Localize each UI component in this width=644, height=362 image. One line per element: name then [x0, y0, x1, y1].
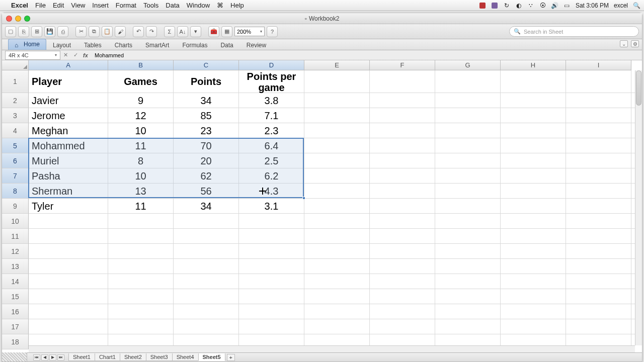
cell[interactable]: 3.8	[239, 93, 304, 108]
sheet-tab[interactable]: Sheet3	[146, 353, 173, 361]
row-header[interactable]: 2	[2, 93, 29, 108]
cell[interactable]	[108, 244, 174, 259]
status-purple-icon[interactable]	[492, 3, 498, 9]
close-button[interactable]	[6, 16, 12, 22]
cell[interactable]	[108, 289, 174, 304]
cell[interactable]	[304, 138, 370, 153]
cell[interactable]	[435, 214, 501, 229]
cell[interactable]	[435, 108, 501, 123]
cell[interactable]	[239, 304, 304, 319]
cell[interactable]	[370, 70, 435, 93]
cell[interactable]	[304, 244, 370, 259]
sheet-next-button[interactable]: ▶	[49, 354, 56, 360]
cell[interactable]: 20	[174, 153, 239, 168]
menu-window[interactable]: Window	[187, 2, 210, 9]
cell[interactable]	[370, 259, 435, 274]
paste-button[interactable]: 📋	[102, 26, 113, 37]
cell[interactable]: Meghan	[29, 123, 108, 138]
menu-data[interactable]: Data	[166, 2, 179, 9]
tab-data[interactable]: Data	[214, 40, 239, 50]
save-button[interactable]: 💾	[44, 26, 55, 37]
cell[interactable]	[370, 289, 435, 304]
cell[interactable]	[370, 153, 435, 168]
cell[interactable]	[435, 70, 501, 93]
cell[interactable]	[304, 319, 370, 334]
cell[interactable]: 56	[174, 184, 239, 199]
cell[interactable]	[174, 289, 239, 304]
cell[interactable]	[370, 123, 435, 138]
cell[interactable]	[566, 244, 631, 259]
cell[interactable]	[566, 304, 631, 319]
cell[interactable]	[501, 214, 566, 229]
cell[interactable]	[566, 259, 631, 274]
cell[interactable]: 4.3	[239, 184, 304, 199]
row-header[interactable]: 8	[2, 184, 29, 199]
sheet-tab[interactable]: Chart1	[95, 353, 120, 361]
cell[interactable]	[29, 214, 108, 229]
cell[interactable]: 85	[174, 108, 239, 123]
cell[interactable]	[304, 123, 370, 138]
cell[interactable]: Points	[174, 70, 239, 93]
tab-home[interactable]: ⌂Home	[8, 39, 46, 50]
template-button[interactable]: ⊞	[31, 26, 42, 37]
cell[interactable]	[501, 304, 566, 319]
clock[interactable]: Sat 3:06 PM	[576, 2, 609, 9]
row-header[interactable]: 11	[2, 229, 29, 244]
display-icon[interactable]: ◐	[515, 2, 522, 9]
cell[interactable]	[304, 108, 370, 123]
cell[interactable]	[304, 168, 370, 184]
cell[interactable]	[174, 244, 239, 259]
cell[interactable]: Player	[29, 70, 108, 93]
cell[interactable]	[29, 229, 108, 244]
cell[interactable]	[29, 259, 108, 274]
row-header[interactable]: 15	[2, 289, 29, 304]
collapse-ribbon-button[interactable]: ⌄	[620, 40, 628, 47]
cell[interactable]	[435, 93, 501, 108]
cell[interactable]	[174, 274, 239, 289]
menu-help[interactable]: Help	[230, 2, 244, 9]
cell[interactable]	[304, 289, 370, 304]
cell[interactable]: 23	[174, 123, 239, 138]
cell[interactable]	[501, 168, 566, 184]
cell[interactable]	[566, 108, 631, 123]
cell[interactable]	[566, 123, 631, 138]
sheet-first-button[interactable]: ⏮	[33, 354, 40, 360]
cell[interactable]	[566, 214, 631, 229]
cell[interactable]	[370, 214, 435, 229]
cell[interactable]	[501, 199, 566, 214]
script-menu-icon[interactable]: ⌘	[217, 2, 223, 9]
tab-formulas[interactable]: Formulas	[176, 40, 214, 50]
resize-handle[interactable]	[2, 352, 27, 361]
cell[interactable]	[174, 229, 239, 244]
cell[interactable]	[435, 319, 501, 334]
cell[interactable]	[435, 244, 501, 259]
cell[interactable]	[29, 289, 108, 304]
row-header[interactable]: 6	[2, 153, 29, 168]
cell[interactable]	[566, 274, 631, 289]
cell[interactable]	[370, 244, 435, 259]
cell[interactable]	[435, 289, 501, 304]
cell[interactable]: 70	[174, 138, 239, 153]
undo-button[interactable]: ↶	[133, 26, 144, 37]
cell[interactable]	[108, 214, 174, 229]
cell[interactable]	[370, 168, 435, 184]
cell[interactable]	[370, 184, 435, 199]
cell[interactable]: 3.1	[239, 199, 304, 214]
cell[interactable]	[501, 153, 566, 168]
spotlight-icon[interactable]: 🔍	[633, 2, 640, 9]
cell[interactable]	[501, 259, 566, 274]
menu-insert[interactable]: Insert	[92, 2, 109, 9]
filter-button[interactable]: ▾	[190, 26, 201, 37]
cell[interactable]	[435, 259, 501, 274]
cell[interactable]	[108, 304, 174, 319]
cell[interactable]	[304, 153, 370, 168]
tab-smartart[interactable]: SmartArt	[139, 40, 176, 50]
add-sheet-button[interactable]: +	[227, 354, 235, 361]
cell[interactable]	[239, 229, 304, 244]
cell[interactable]	[239, 319, 304, 334]
cell[interactable]	[566, 70, 631, 93]
row-header[interactable]: 12	[2, 244, 29, 259]
cell[interactable]: 9	[108, 93, 174, 108]
column-header[interactable]: H	[501, 60, 566, 70]
cell[interactable]	[370, 138, 435, 153]
